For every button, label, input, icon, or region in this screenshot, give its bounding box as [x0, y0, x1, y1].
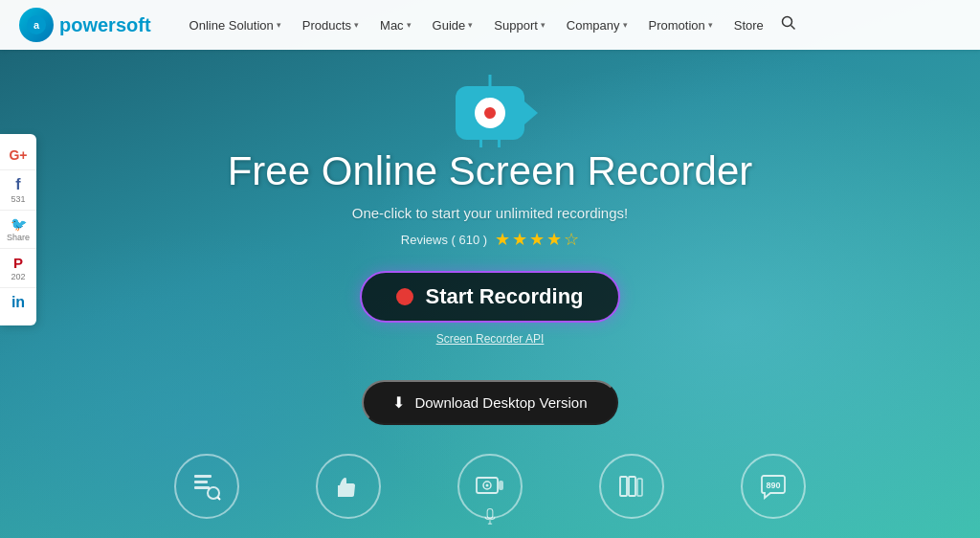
logo[interactable]: a powersoft	[19, 8, 151, 42]
svg-line-8	[218, 498, 221, 501]
bottom-icon-search[interactable]	[174, 454, 239, 519]
star-4: ★	[546, 229, 562, 250]
microphone-indicator	[480, 507, 500, 530]
nav-links: Online Solution ▾ Products ▾ Mac ▾ Guide…	[180, 12, 961, 38]
chevron-down-icon: ▾	[468, 20, 473, 30]
hero-title: Free Online Screen Recorder	[155, 149, 825, 193]
twitter-label: Share	[7, 233, 30, 242]
screen-recorder-api-link[interactable]: Screen Recorder API	[155, 332, 825, 346]
nav-item-mac[interactable]: Mac ▾	[370, 12, 421, 38]
facebook-count: 531	[11, 194, 25, 204]
svg-rect-5	[194, 481, 208, 483]
camera-antenna	[489, 75, 492, 86]
social-twitter-button[interactable]: 🐦 Share	[0, 211, 36, 249]
svg-rect-17	[487, 508, 493, 518]
svg-rect-14	[629, 477, 635, 496]
star-1: ★	[495, 229, 510, 250]
hero-content: Free Online Screen Recorder One-click to…	[155, 86, 825, 425]
search-icon[interactable]	[781, 15, 796, 34]
facebook-icon: f	[15, 176, 20, 193]
twitter-icon: 🐦	[11, 216, 27, 232]
svg-rect-12	[499, 481, 503, 490]
camera-icon-wrapper	[155, 86, 825, 140]
svg-point-11	[486, 484, 489, 487]
linkedin-icon: in	[11, 294, 25, 311]
svg-point-2	[782, 17, 791, 27]
download-icon: ⬇	[392, 393, 405, 412]
star-2: ★	[512, 229, 527, 250]
camera-lens	[475, 98, 505, 128]
svg-text:890: 890	[766, 481, 780, 490]
nav-item-online-solution[interactable]: Online Solution ▾	[180, 12, 291, 38]
camera-foot-left	[479, 140, 482, 147]
svg-rect-15	[637, 479, 642, 496]
logo-icon: a	[19, 8, 54, 42]
chevron-down-icon: ▾	[407, 20, 412, 30]
nav-item-promotion[interactable]: Promotion ▾	[639, 12, 723, 38]
books-icon	[615, 470, 648, 503]
bottom-icon-chat[interactable]: 890	[741, 454, 806, 519]
google-plus-icon: G+	[9, 147, 27, 163]
camera-icon	[456, 86, 524, 140]
pinterest-icon: P	[13, 255, 23, 271]
star-3: ★	[529, 229, 545, 250]
svg-rect-13	[620, 477, 627, 496]
download-desktop-button[interactable]: ⬇ Download Desktop Version	[362, 380, 617, 425]
social-googleplus-button[interactable]: G+	[0, 142, 36, 170]
social-pinterest-button[interactable]: P 202	[0, 249, 36, 288]
star-half: ☆	[564, 229, 579, 250]
chevron-down-icon: ▾	[623, 20, 628, 30]
thumbs-up-icon	[332, 470, 365, 503]
bottom-icon-thumbsup[interactable]	[316, 454, 381, 519]
logo-text: powersoft	[59, 14, 151, 36]
svg-rect-4	[194, 475, 212, 478]
chevron-down-icon: ▾	[277, 20, 281, 30]
svg-point-7	[208, 487, 219, 499]
svg-text:a: a	[33, 19, 40, 31]
bottom-icon-books[interactable]	[599, 454, 664, 519]
star-rating: ★ ★ ★ ★ ☆	[495, 229, 579, 250]
camera-foot-right	[498, 140, 501, 147]
start-recording-button[interactable]: Start Recording	[360, 271, 619, 323]
search-list-icon	[190, 470, 223, 503]
download-label: Download Desktop Version	[414, 394, 587, 411]
nav-item-store[interactable]: Store	[724, 12, 773, 38]
screen-camera-icon	[474, 470, 506, 503]
camera-feet	[479, 140, 501, 147]
nav-item-support[interactable]: Support ▾	[484, 12, 555, 38]
camera-lens-red-dot	[481, 104, 499, 122]
start-recording-label: Start Recording	[425, 284, 583, 309]
svg-line-3	[791, 26, 794, 30]
nav-item-guide[interactable]: Guide ▾	[423, 12, 483, 38]
chevron-down-icon: ▾	[354, 20, 359, 30]
reviews-text: Reviews ( 610 )	[401, 233, 487, 247]
chevron-down-icon: ▾	[541, 20, 546, 30]
chat-icon: 890	[757, 470, 790, 503]
svg-rect-6	[194, 486, 210, 489]
record-dot-icon	[396, 288, 413, 305]
navbar: a powersoft Online Solution ▾ Products ▾…	[0, 0, 980, 50]
social-facebook-button[interactable]: f 531	[0, 170, 36, 211]
chevron-down-icon: ▾	[708, 20, 713, 30]
social-linkedin-button[interactable]: in	[0, 288, 36, 318]
hero-subtitle: One-click to start your unlimited record…	[155, 205, 825, 221]
nav-item-products[interactable]: Products ▾	[293, 12, 368, 38]
social-sidebar: G+ f 531 🐦 Share P 202 in	[0, 134, 36, 325]
nav-item-company[interactable]: Company ▾	[557, 12, 637, 38]
pinterest-count: 202	[11, 272, 25, 281]
reviews-row: Reviews ( 610 ) ★ ★ ★ ★ ☆	[155, 229, 825, 250]
